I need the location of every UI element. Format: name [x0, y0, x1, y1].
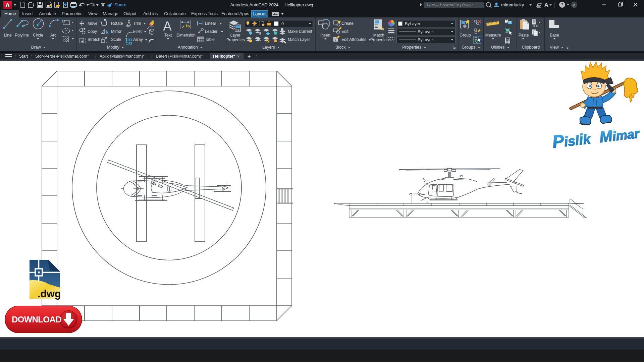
- svg-text:Pislik: Pislik: [551, 128, 592, 152]
- svg-text:?: ?: [561, 2, 564, 7]
- svg-text:.dwg: .dwg: [38, 288, 61, 300]
- svg-text:A: A: [163, 19, 172, 33]
- svg-text:DOWNLOAD: DOWNLOAD: [12, 315, 61, 324]
- svg-text:A: A: [544, 2, 548, 8]
- svg-text:V: V: [334, 38, 336, 41]
- svg-text:Mimar: Mimar: [598, 124, 641, 146]
